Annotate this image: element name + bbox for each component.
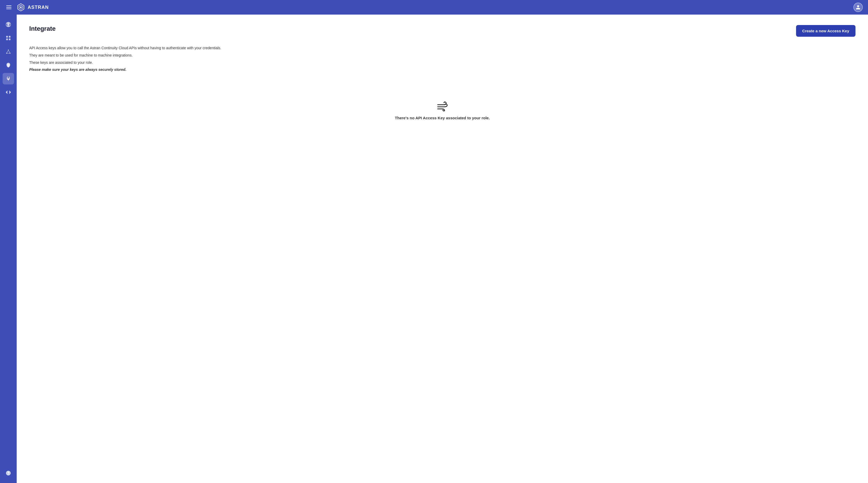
hamburger-menu-button[interactable] — [5, 4, 12, 10]
svg-rect-4 — [6, 36, 8, 37]
help-icon — [5, 470, 11, 476]
fingerprint-icon — [5, 62, 11, 68]
topbar-right — [854, 3, 863, 12]
svg-point-2 — [20, 6, 22, 8]
description-block: API Access keys allow you to call the As… — [29, 45, 856, 73]
code-icon — [5, 89, 11, 95]
empty-state: There's no API Access Key associated to … — [29, 86, 856, 136]
sidebar-item-reports[interactable] — [3, 32, 14, 44]
sidebar-item-integrations[interactable] — [3, 73, 14, 85]
svg-rect-5 — [9, 36, 10, 37]
svg-point-16 — [8, 474, 9, 475]
sidebar-item-code[interactable] — [3, 87, 14, 98]
logo-text: ASTRAN — [28, 5, 49, 10]
reports-icon — [5, 35, 11, 41]
user-avatar[interactable] — [854, 3, 863, 12]
topbar: ASTRAN — [0, 0, 868, 14]
empty-state-message: There's no API Access Key associated to … — [395, 116, 490, 120]
sidebar — [0, 14, 17, 483]
svg-rect-6 — [6, 38, 8, 40]
wind-icon — [436, 101, 448, 111]
sidebar-item-dashboard[interactable] — [3, 19, 14, 30]
topology-icon — [5, 49, 11, 55]
description-line-3: These keys are associated to your role. — [29, 60, 856, 66]
topbar-left: ASTRAN — [5, 3, 49, 11]
user-icon — [856, 5, 861, 10]
svg-line-11 — [7, 50, 8, 53]
description-line-1: API Access keys allow you to call the As… — [29, 45, 856, 51]
plug-icon — [5, 76, 11, 82]
main-layout: Integrate Create a new Access Key API Ac… — [0, 14, 868, 483]
svg-point-8 — [8, 50, 9, 51]
content-area: Integrate Create a new Access Key API Ac… — [17, 14, 868, 483]
sidebar-item-help[interactable] — [3, 468, 14, 479]
svg-rect-7 — [9, 38, 10, 40]
page-header: Integrate Create a new Access Key — [29, 25, 856, 37]
page-title: Integrate — [29, 25, 56, 32]
astran-logo-icon — [17, 3, 25, 11]
sidebar-item-fingerprint[interactable] — [3, 59, 14, 71]
description-warning: Please make sure your keys are always se… — [29, 67, 856, 73]
description-line-2: They are meant to be used for machine to… — [29, 52, 856, 59]
dashboard-icon — [5, 22, 11, 27]
sidebar-item-topology[interactable] — [3, 46, 14, 57]
logo-area: ASTRAN — [17, 3, 49, 11]
create-access-key-button[interactable]: Create a new Access Key — [796, 25, 856, 37]
svg-line-12 — [8, 50, 10, 53]
